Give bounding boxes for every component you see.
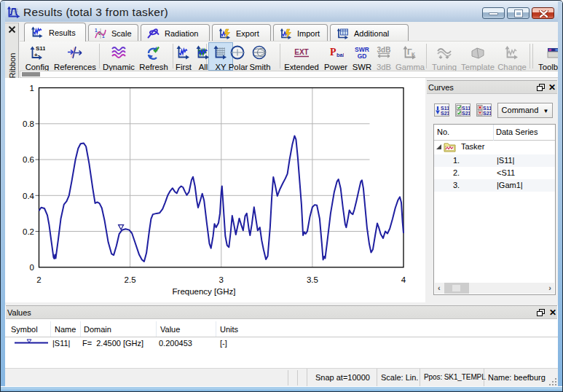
svg-text:0.6: 0.6	[23, 155, 34, 164]
svg-text:0.4: 0.4	[23, 192, 35, 200]
svg-text:2.5: 2.5	[125, 275, 136, 284]
svg-text:3: 3	[219, 275, 224, 284]
svg-text:0.2: 0.2	[23, 227, 34, 236]
svg-text:Frequency [GHz]: Frequency [GHz]	[173, 287, 236, 296]
svg-text:S21: S21	[441, 111, 449, 116]
svg-text:S11: S11	[462, 106, 470, 111]
svg-text:2: 2	[36, 275, 41, 284]
svg-text:+-: +-	[34, 52, 40, 58]
svg-text:1: 1	[95, 28, 98, 33]
svg-text:S11: S11	[483, 106, 491, 111]
svg-text:S21: S21	[483, 111, 491, 116]
svg-text:4: 4	[401, 275, 406, 284]
svg-text:3.5: 3.5	[307, 275, 318, 284]
svg-text:1: 1	[30, 84, 34, 93]
svg-text:S11: S11	[441, 106, 449, 111]
svg-text:S21: S21	[462, 111, 470, 116]
svg-text:0: 0	[30, 263, 34, 272]
svg-text:0.8: 0.8	[23, 119, 34, 128]
